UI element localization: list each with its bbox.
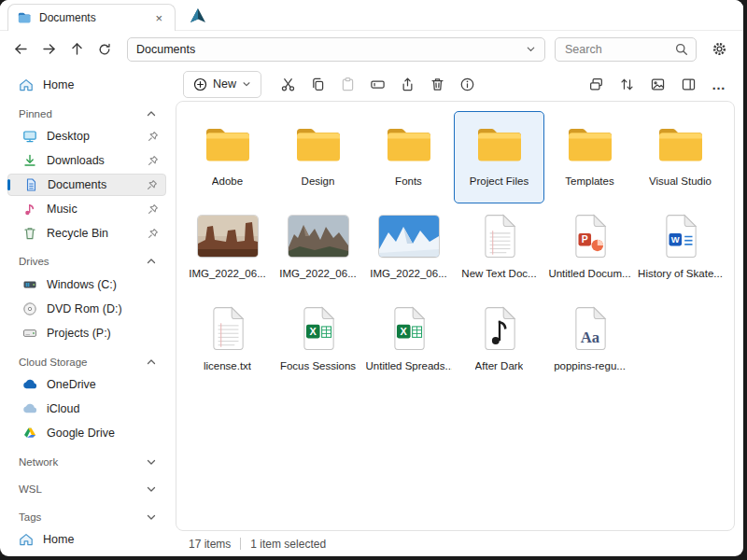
tab-documents[interactable]: Documents × xyxy=(7,4,176,31)
copy-button xyxy=(304,71,331,97)
pin-icon xyxy=(148,131,159,142)
sidebar-item-documents[interactable]: Documents xyxy=(7,174,166,196)
address-bar[interactable]: Documents xyxy=(127,37,545,62)
file-name: poppins-regu... xyxy=(554,360,626,371)
onedrive-cloud-icon xyxy=(22,377,37,392)
sidebar-item-music[interactable]: Music xyxy=(7,198,166,220)
plus-circle-icon xyxy=(193,77,207,91)
tile-poppins-regular[interactable]: poppins-regu... xyxy=(544,296,635,388)
windows-drive-icon xyxy=(22,277,37,292)
refresh-button[interactable] xyxy=(92,36,118,63)
tile-adobe[interactable]: Adobe xyxy=(182,111,273,203)
home-icon xyxy=(19,77,34,92)
file-name: New Text Doc... xyxy=(461,268,536,279)
sidebar-item-label: Documents xyxy=(48,178,137,191)
tile-untitled-document[interactable]: Untitled Docum... xyxy=(544,203,635,296)
tile-project-files[interactable]: Project Files xyxy=(454,111,544,203)
file-list-panel: Adobe Design Fonts Project Files xyxy=(176,101,735,531)
google-drive-icon xyxy=(22,426,37,441)
details-pane-button[interactable] xyxy=(675,71,701,97)
tile-design[interactable]: Design xyxy=(273,111,363,203)
photo-thumbnail xyxy=(289,216,348,257)
items-count: 17 items xyxy=(189,538,231,551)
files-app-logo-icon xyxy=(189,7,207,25)
sidebar-section-drives[interactable]: Drives xyxy=(7,251,166,272)
text-file-icon xyxy=(209,303,247,354)
tile-img-1[interactable]: IMG_2022_06... xyxy=(182,203,273,296)
sidebar-item-home-bottom[interactable]: Home xyxy=(7,528,166,551)
sidebar-section-cloud-storage[interactable]: Cloud Storage xyxy=(7,352,166,372)
downloads-icon xyxy=(22,153,37,168)
sidebar-section-pinned[interactable]: Pinned xyxy=(7,104,166,124)
tile-history-of-skate[interactable]: History of Skate... xyxy=(635,203,726,296)
sort-arrows-icon xyxy=(619,77,635,92)
more-options-button[interactable]: … xyxy=(706,71,732,97)
share-icon xyxy=(400,77,416,92)
sidebar-item-google-drive[interactable]: Google Drive xyxy=(7,422,166,444)
forward-button[interactable] xyxy=(35,36,62,63)
sidebar-item-label: Downloads xyxy=(47,154,138,167)
sync-status-button[interactable] xyxy=(583,71,609,97)
paste-button[interactable] xyxy=(334,71,360,97)
tile-img-2[interactable]: IMG_2022_06... xyxy=(273,203,363,296)
tile-fonts[interactable]: Fonts xyxy=(363,111,454,203)
file-name: Focus Sessions xyxy=(280,360,356,371)
icloud-cloud-icon xyxy=(22,401,37,416)
refresh-icon xyxy=(97,42,112,57)
tile-img-3[interactable]: IMG_2022_06... xyxy=(363,203,454,296)
sidebar-item-onedrive[interactable]: OneDrive xyxy=(7,373,166,396)
sidebar-item-projects-p[interactable]: Projects (P:) xyxy=(7,322,166,344)
close-tab-icon[interactable]: × xyxy=(151,10,166,26)
file-name: Templates xyxy=(565,175,613,187)
section-label: Tags xyxy=(19,511,146,523)
tile-visual-studio[interactable]: Visual Studio xyxy=(635,111,726,203)
new-button[interactable]: New xyxy=(183,71,261,98)
document-icon xyxy=(23,177,38,192)
sidebar-item-label: Google Drive xyxy=(47,427,159,440)
desktop-icon xyxy=(22,129,37,144)
tile-new-text-doc[interactable]: New Text Doc... xyxy=(454,203,544,296)
tile-templates[interactable]: Templates xyxy=(544,111,635,203)
preview-button[interactable] xyxy=(644,71,670,97)
search-box[interactable] xyxy=(555,37,697,62)
sidebar-item-label: DVD Rom (D:) xyxy=(47,302,159,315)
file-name: Visual Studio xyxy=(649,175,712,187)
back-button[interactable] xyxy=(7,36,34,63)
sidebar-section-wsl[interactable]: WSL xyxy=(7,480,166,500)
folder-icon xyxy=(294,119,343,169)
sidebar-item-dvd-rom-d[interactable]: DVD Rom (D:) xyxy=(7,298,166,320)
address-text: Documents xyxy=(136,43,526,56)
up-button[interactable] xyxy=(63,36,90,63)
tile-focus-sessions[interactable]: Focus Sessions xyxy=(273,296,363,388)
sidebar-item-recycle-bin[interactable]: Recycle Bin xyxy=(7,222,166,245)
sidebar-section-network[interactable]: Network xyxy=(7,452,166,472)
clipboard-group xyxy=(275,71,480,97)
settings-button[interactable] xyxy=(706,36,732,63)
sidebar-item-home[interactable]: Home xyxy=(7,74,166,96)
folder-icon xyxy=(204,119,252,169)
tile-license-txt[interactable]: license.txt xyxy=(182,296,273,388)
sidebar-section-tags[interactable]: Tags xyxy=(7,507,166,527)
rename-button[interactable] xyxy=(364,71,390,97)
sidebar-item-desktop[interactable]: Desktop xyxy=(7,126,166,148)
share-button[interactable] xyxy=(394,71,420,97)
gear-icon xyxy=(712,41,727,57)
properties-button[interactable] xyxy=(454,71,480,97)
font-file-icon xyxy=(571,303,609,354)
sidebar-item-icloud[interactable]: iCloud xyxy=(7,398,166,420)
chevron-down-icon[interactable] xyxy=(526,44,536,54)
cut-button[interactable] xyxy=(275,71,301,97)
sidebar-item-downloads[interactable]: Downloads xyxy=(7,149,166,172)
tile-after-dark[interactable]: After Dark xyxy=(454,296,544,388)
delete-button[interactable] xyxy=(424,71,450,97)
sidebar-item-windows-c[interactable]: Windows (C:) xyxy=(7,273,166,296)
search-input[interactable] xyxy=(563,42,674,57)
sort-button[interactable] xyxy=(613,71,640,97)
sidebar-item-label: Windows (C:) xyxy=(47,278,159,291)
copy-icon xyxy=(310,77,326,92)
dvd-disc-icon xyxy=(22,301,37,316)
main-area: New … xyxy=(174,67,743,556)
tab-title: Documents xyxy=(39,11,144,24)
tile-untitled-spreadsheet[interactable]: Untitled Spreads... xyxy=(363,296,454,388)
file-name: Fonts xyxy=(395,175,422,187)
